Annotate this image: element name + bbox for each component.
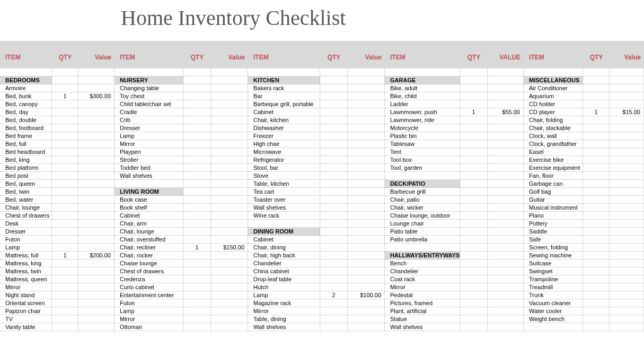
qty-cell[interactable] (460, 244, 488, 252)
value-cell[interactable] (211, 291, 248, 299)
value-cell[interactable] (78, 124, 114, 132)
qty-cell[interactable] (320, 156, 348, 164)
item-cell[interactable] (385, 172, 460, 180)
qty-cell[interactable] (183, 156, 211, 164)
item-cell[interactable] (385, 244, 460, 252)
qty-cell[interactable]: 1 (52, 92, 78, 100)
qty-cell[interactable] (460, 148, 488, 156)
value-cell[interactable] (610, 172, 644, 180)
item-cell[interactable]: Book shelf (114, 204, 183, 212)
item-cell[interactable]: Mattress, twin (0, 267, 52, 275)
value-cell[interactable] (211, 164, 248, 172)
item-cell[interactable]: Wall shelves (248, 204, 320, 212)
item-cell[interactable]: Chandelier (248, 260, 320, 267)
item-cell[interactable]: Water cooler (524, 307, 583, 315)
item-cell[interactable]: Chair, patio (385, 196, 460, 204)
value-cell[interactable] (211, 76, 248, 84)
qty-cell[interactable] (183, 212, 211, 220)
qty-cell[interactable] (583, 196, 610, 204)
value-cell[interactable] (78, 315, 114, 323)
item-cell[interactable]: CD player (524, 108, 583, 116)
qty-cell[interactable] (460, 140, 488, 148)
qty-cell[interactable] (583, 132, 610, 140)
item-cell[interactable] (0, 68, 52, 76)
value-cell[interactable] (488, 164, 524, 172)
value-cell[interactable] (78, 267, 114, 275)
item-cell[interactable]: Toddler bed (114, 164, 183, 172)
qty-cell[interactable] (460, 180, 488, 188)
qty-cell[interactable] (583, 260, 610, 267)
qty-cell[interactable] (583, 68, 610, 76)
value-cell[interactable] (348, 204, 385, 212)
value-cell[interactable] (211, 116, 248, 124)
value-cell[interactable] (610, 236, 644, 244)
value-cell[interactable] (348, 307, 385, 315)
item-cell[interactable]: Tool, garden (385, 164, 460, 172)
qty-cell[interactable] (460, 291, 488, 299)
value-cell[interactable] (211, 307, 248, 315)
item-cell[interactable]: Futon (0, 236, 52, 244)
item-cell[interactable]: China cabinet (248, 267, 320, 275)
value-cell[interactable] (78, 196, 114, 204)
item-cell[interactable]: Stroller (114, 156, 183, 164)
value-cell[interactable] (78, 299, 114, 307)
item-cell[interactable]: Fan, floor (524, 172, 583, 180)
value-cell[interactable] (211, 236, 248, 244)
value-cell[interactable] (78, 180, 114, 188)
value-cell[interactable] (211, 100, 248, 108)
value-cell[interactable] (610, 84, 644, 92)
qty-cell[interactable] (583, 252, 610, 260)
item-cell[interactable]: Mirror (114, 140, 183, 148)
item-cell[interactable]: Changing table (114, 84, 183, 92)
value-cell[interactable] (78, 132, 114, 140)
item-cell[interactable]: Wall shelves (248, 323, 320, 331)
value-cell[interactable] (348, 228, 385, 236)
qty-cell[interactable] (320, 116, 348, 124)
value-cell[interactable] (348, 244, 385, 252)
value-cell[interactable] (610, 92, 644, 100)
value-cell[interactable] (488, 196, 524, 204)
qty-cell[interactable] (183, 220, 211, 228)
value-cell[interactable] (78, 164, 114, 172)
qty-cell[interactable] (460, 220, 488, 228)
value-cell[interactable] (348, 299, 385, 307)
value-cell[interactable] (78, 116, 114, 124)
item-cell[interactable]: Credenza (114, 275, 183, 283)
qty-cell[interactable] (183, 283, 211, 291)
value-cell[interactable] (211, 212, 248, 220)
qty-cell[interactable] (583, 188, 610, 196)
qty-cell[interactable] (52, 116, 78, 124)
qty-cell[interactable] (320, 228, 348, 236)
qty-cell[interactable] (52, 323, 78, 331)
item-cell[interactable]: Bed, queen (0, 180, 52, 188)
qty-cell[interactable] (583, 156, 610, 164)
value-cell[interactable] (348, 156, 385, 164)
value-cell[interactable] (610, 124, 644, 132)
value-cell[interactable] (78, 84, 114, 92)
item-cell[interactable]: Golf bag (524, 188, 583, 196)
qty-cell[interactable] (52, 188, 78, 196)
qty-cell[interactable] (320, 164, 348, 172)
item-cell[interactable]: Dresser (114, 124, 183, 132)
qty-cell[interactable] (583, 76, 610, 84)
value-cell[interactable] (610, 148, 644, 156)
qty-cell[interactable] (52, 100, 78, 108)
item-cell[interactable]: Bike, adult (385, 84, 460, 92)
value-cell[interactable] (211, 196, 248, 204)
item-cell[interactable]: Cabinet (248, 236, 320, 244)
item-cell[interactable]: Easel (524, 148, 583, 156)
qty-cell[interactable] (583, 100, 610, 108)
item-cell[interactable]: Bar (248, 92, 320, 100)
item-cell[interactable]: Bed, footboard (0, 124, 52, 132)
item-cell[interactable]: Playpen (114, 148, 183, 156)
value-cell[interactable] (211, 323, 248, 331)
item-cell[interactable]: Stool, bar (248, 164, 320, 172)
item-cell[interactable]: Mattress, full (0, 252, 52, 260)
value-cell[interactable] (211, 84, 248, 92)
item-cell[interactable]: Vanity table (0, 323, 52, 331)
qty-cell[interactable] (320, 148, 348, 156)
item-cell[interactable]: Bed headboard (0, 148, 52, 156)
qty-cell[interactable] (460, 68, 488, 76)
qty-cell[interactable] (583, 212, 610, 220)
qty-cell[interactable] (320, 108, 348, 116)
